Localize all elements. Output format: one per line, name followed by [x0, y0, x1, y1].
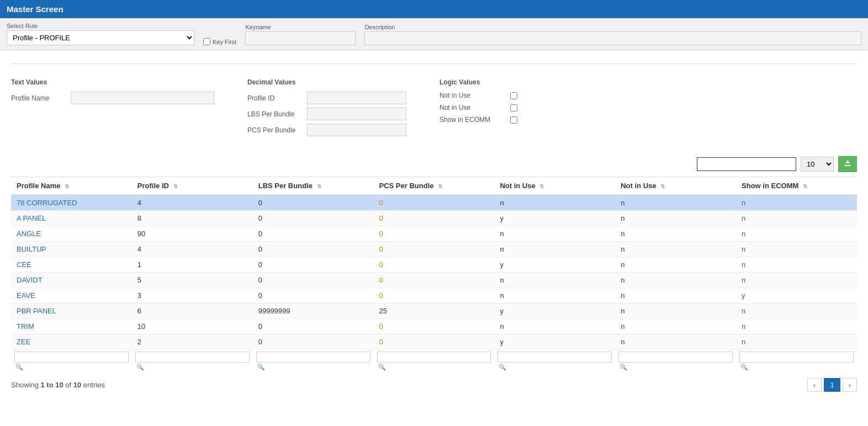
- select-rule-dropdown[interactable]: Profile - PROFILE: [7, 30, 194, 45]
- profile-id-cell: 8: [132, 211, 253, 226]
- export-button[interactable]: [838, 156, 857, 172]
- profile-name-cell[interactable]: CEE: [11, 257, 132, 273]
- col-not-in-use-2[interactable]: Not in Use ⇅: [615, 177, 736, 195]
- filter-icon-7: 🔍: [740, 364, 748, 370]
- filter-icon-6: 🔍: [620, 364, 627, 370]
- show-in-ecomm-row: Show in ECOMM: [440, 116, 517, 124]
- sort-icon-ecomm: ⇅: [803, 183, 807, 189]
- not-in-use-1-checkbox[interactable]: [510, 92, 517, 99]
- col-profile-id[interactable]: Profile ID ⇅: [132, 177, 253, 195]
- filter-icon-2: 🔍: [136, 364, 144, 370]
- niu2-cell: n: [615, 211, 736, 226]
- lbs-cell: 0: [253, 195, 374, 211]
- sort-icon-lbs: ⇅: [317, 183, 321, 189]
- sort-icon-profile-name: ⇅: [65, 183, 69, 189]
- filter-profile-name[interactable]: [14, 352, 129, 363]
- profile-id-label: Profile ID: [247, 94, 303, 102]
- profile-id-cell: 3: [132, 288, 253, 303]
- table-row[interactable]: BUILTUP400nnn: [11, 242, 857, 257]
- description-input[interactable]: Profile: [364, 31, 861, 45]
- table-header-row: Profile Name ⇅ Profile ID ⇅ LBS Per Bund…: [11, 177, 857, 195]
- description-group: Description Profile: [364, 24, 861, 45]
- next-page-button[interactable]: ›: [843, 378, 857, 392]
- filter-niu1[interactable]: [497, 352, 612, 363]
- lbs-cell: 0: [253, 334, 374, 350]
- pcs-cell: 0: [374, 211, 495, 226]
- filter-niu2[interactable]: [618, 352, 733, 363]
- key-first-checkbox[interactable]: [203, 38, 210, 45]
- ecomm-cell: n: [736, 195, 857, 211]
- niu1-cell: n: [494, 195, 615, 211]
- col-pcs-per-bundle[interactable]: PCS Per Bundle ⇅: [374, 177, 495, 195]
- niu1-cell: y: [494, 257, 615, 273]
- profile-name-row: Profile Name 78 CORRUGATED: [11, 92, 214, 104]
- profile-name-cell[interactable]: BUILTUP: [11, 242, 132, 257]
- lbs-cell: 0: [253, 319, 374, 334]
- pcs-per-bundle-input[interactable]: 0: [307, 124, 406, 136]
- table-row[interactable]: A PANEL800ynn: [11, 211, 857, 226]
- profile-name-cell[interactable]: EAVE: [11, 288, 132, 303]
- logic-values-section: Logic Values Not in Use Not in Use Show …: [440, 78, 517, 140]
- table-row[interactable]: 78 CORRUGATED400nnn: [11, 195, 857, 211]
- table-row[interactable]: ZEE200ynn: [11, 334, 857, 350]
- lbs-per-bundle-input[interactable]: 0: [307, 108, 406, 120]
- lbs-cell: 0: [253, 273, 374, 288]
- per-page-select[interactable]: 10 25 50 100: [801, 157, 834, 172]
- niu2-cell: n: [615, 319, 736, 334]
- table-row[interactable]: EAVE300nny: [11, 288, 857, 303]
- description-label: Description: [364, 24, 861, 30]
- col-not-in-use-1[interactable]: Not in Use ⇅: [494, 177, 615, 195]
- profile-name-label: Profile Name: [11, 94, 66, 102]
- filter-ecomm[interactable]: [739, 352, 854, 363]
- profile-name-cell[interactable]: ZEE: [11, 334, 132, 350]
- keyname-input[interactable]: PROFILE: [245, 31, 356, 45]
- decimal-values-header: Decimal Values: [247, 78, 406, 86]
- page-1-button[interactable]: 1: [824, 378, 840, 392]
- profile-name-cell[interactable]: DAVIDT: [11, 273, 132, 288]
- data-table: Profile Name ⇅ Profile ID ⇅ LBS Per Bund…: [11, 177, 857, 372]
- table-row[interactable]: TRIM1000nnn: [11, 319, 857, 334]
- niu1-cell: n: [494, 226, 615, 242]
- filter-pcs[interactable]: [377, 352, 491, 363]
- ecomm-cell: n: [736, 334, 857, 350]
- profile-name-cell[interactable]: PBR PANEL: [11, 303, 132, 319]
- profile-id-cell: 4: [132, 242, 253, 257]
- table-row[interactable]: CEE100ynn: [11, 257, 857, 273]
- table-row[interactable]: PBR PANEL69999999925ynn: [11, 303, 857, 319]
- niu2-cell: n: [615, 226, 736, 242]
- niu1-cell: n: [494, 242, 615, 257]
- profile-id-input[interactable]: 4: [307, 92, 406, 104]
- filter-icon-3: 🔍: [257, 364, 265, 370]
- svg-marker-1: [845, 160, 850, 163]
- not-in-use-2-checkbox[interactable]: [510, 104, 517, 111]
- col-show-in-ecomm[interactable]: Show in ECOMM ⇅: [736, 177, 857, 195]
- select-rule-label: Select Rule: [7, 23, 194, 29]
- ecomm-cell: n: [736, 242, 857, 257]
- pcs-cell: 0: [374, 288, 495, 303]
- keyname-label: Keyname: [245, 24, 356, 30]
- fields-outer: Text Values Profile Name 78 CORRUGATED D…: [11, 73, 857, 140]
- col-lbs-per-bundle[interactable]: LBS Per Bundle ⇅: [253, 177, 374, 195]
- ecomm-cell: n: [736, 319, 857, 334]
- col-profile-name[interactable]: Profile Name ⇅: [11, 177, 132, 195]
- logic-values-header: Logic Values: [440, 78, 517, 86]
- profile-name-cell[interactable]: ANGLE: [11, 226, 132, 242]
- table-row[interactable]: DAVIDT500nnn: [11, 273, 857, 288]
- prev-page-button[interactable]: ‹: [807, 378, 822, 392]
- filter-profile-id[interactable]: [135, 352, 250, 363]
- select-rule-group: Select Rule Profile - PROFILE: [7, 23, 194, 45]
- profile-name-input[interactable]: 78 CORRUGATED: [71, 92, 214, 104]
- profile-name-cell[interactable]: 78 CORRUGATED: [11, 195, 132, 211]
- profile-name-cell[interactable]: A PANEL: [11, 211, 132, 226]
- filter-row: 🔍 🔍 🔍 🔍 🔍 🔍 🔍: [11, 350, 857, 373]
- table-row[interactable]: ANGLE9000nnn: [11, 226, 857, 242]
- show-in-ecomm-checkbox[interactable]: [510, 116, 517, 124]
- table-search-input[interactable]: [697, 157, 796, 171]
- profile-name-cell[interactable]: TRIM: [11, 319, 132, 334]
- ecomm-cell: y: [736, 288, 857, 303]
- filter-lbs[interactable]: [256, 352, 371, 363]
- key-first-row: Key First: [203, 38, 236, 45]
- ecomm-cell: n: [736, 303, 857, 319]
- niu2-cell: n: [615, 334, 736, 350]
- section-divider: [11, 63, 857, 64]
